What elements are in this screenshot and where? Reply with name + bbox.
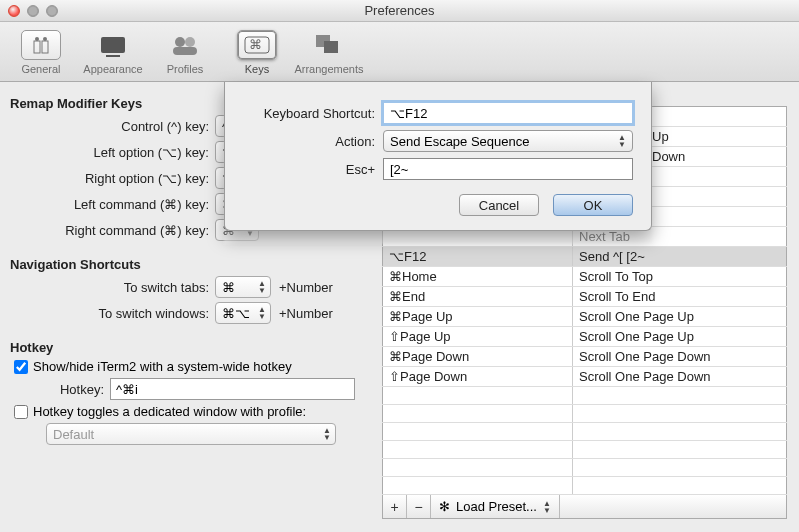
table-row[interactable]: ⌥F12Send ^[ [2~ <box>383 247 787 267</box>
tab-label: Arrangements <box>294 63 364 75</box>
hotkey-profile-value: Default <box>53 427 94 442</box>
hotkey-show-checkbox[interactable]: Show/hide iTerm2 with a system-wide hotk… <box>14 359 292 374</box>
table-row[interactable] <box>383 459 787 477</box>
shortcut-label: Keyboard Shortcut: <box>243 106 383 121</box>
tab-label: Keys <box>222 63 292 75</box>
key-cell: ⌘Page Up <box>383 307 573 327</box>
svg-rect-4 <box>101 37 125 53</box>
key-cell <box>383 405 573 423</box>
svg-point-7 <box>185 37 195 47</box>
remap-label: Right option (⌥) key: <box>10 171 215 186</box>
table-row[interactable]: ⌘HomeScroll To Top <box>383 267 787 287</box>
svg-rect-0 <box>34 41 40 53</box>
nav-label: To switch tabs: <box>10 280 215 295</box>
table-row[interactable] <box>383 387 787 405</box>
table-row[interactable] <box>383 441 787 459</box>
table-row[interactable] <box>383 423 787 441</box>
key-cell <box>383 441 573 459</box>
ok-button[interactable]: OK <box>553 194 633 216</box>
key-cell <box>383 423 573 441</box>
titlebar: Preferences <box>0 0 799 22</box>
action-label: Action: <box>243 134 383 149</box>
window-title: Preferences <box>0 3 799 18</box>
svg-rect-8 <box>173 47 197 55</box>
table-row[interactable]: ⇧Page DownScroll One Page Down <box>383 367 787 387</box>
tab-label: Appearance <box>78 63 148 75</box>
nav-suffix: +Number <box>279 280 333 295</box>
remap-label: Left option (⌥) key: <box>10 145 215 160</box>
tab-general[interactable]: General <box>6 24 76 75</box>
add-button[interactable]: + <box>383 495 407 518</box>
tab-arrangements[interactable]: Arrangements <box>294 24 364 75</box>
svg-point-6 <box>175 37 185 47</box>
action-cell: Scroll One Page Up <box>573 327 787 347</box>
key-cell: ⇧Page Up <box>383 327 573 347</box>
nav-heading: Navigation Shortcuts <box>10 257 380 272</box>
nav-select-0[interactable]: ⌘▲▼ <box>215 276 271 298</box>
table-row[interactable] <box>383 405 787 423</box>
cancel-button[interactable]: Cancel <box>459 194 539 216</box>
action-value: Send Escape Sequence <box>390 134 530 149</box>
tab-label: Profiles <box>150 63 220 75</box>
table-row[interactable]: ⌘Page DownScroll One Page Down <box>383 347 787 367</box>
esc-label: Esc+ <box>243 162 383 177</box>
key-cell <box>383 477 573 495</box>
key-cell: ⌘Page Down <box>383 347 573 367</box>
tab-label: General <box>6 63 76 75</box>
tab-appearance[interactable]: Appearance <box>78 24 148 75</box>
esc-input[interactable] <box>383 158 633 180</box>
svg-rect-12 <box>324 41 338 53</box>
table-footer: + − ✻ Load Preset... ▲▼ <box>382 495 787 519</box>
hotkey-profile-select[interactable]: Default ▲▼ <box>46 423 336 445</box>
action-cell <box>573 387 787 405</box>
svg-point-3 <box>43 37 47 41</box>
nav-select-1[interactable]: ⌘⌥▲▼ <box>215 302 271 324</box>
action-cell: Scroll One Page Down <box>573 347 787 367</box>
action-cell <box>573 459 787 477</box>
gear-icon: ✻ <box>439 499 450 514</box>
key-cell: ⌘Home <box>383 267 573 287</box>
load-preset-select[interactable]: ✻ Load Preset... ▲▼ <box>431 495 560 518</box>
svg-rect-1 <box>42 41 48 53</box>
table-row[interactable]: ⇧Page UpScroll One Page Up <box>383 327 787 347</box>
remap-label: Control (^) key: <box>10 119 215 134</box>
nav-value: ⌘ <box>222 280 235 295</box>
action-select[interactable]: Send Escape Sequence ▲▼ <box>383 130 633 152</box>
action-cell: Scroll To Top <box>573 267 787 287</box>
action-cell <box>573 405 787 423</box>
remap-label: Right command (⌘) key: <box>10 223 215 238</box>
nav-label: To switch windows: <box>10 306 215 321</box>
load-preset-label: Load Preset... <box>456 499 537 514</box>
svg-rect-5 <box>106 55 120 57</box>
action-cell <box>573 477 787 495</box>
table-row[interactable]: ⌘EndScroll To End <box>383 287 787 307</box>
hotkey-toggle-checkbox[interactable]: Hotkey toggles a dedicated window with p… <box>14 404 306 419</box>
tab-profiles[interactable]: Profiles <box>150 24 220 75</box>
tab-keys[interactable]: ⌘ Keys <box>222 24 292 75</box>
action-cell <box>573 423 787 441</box>
key-cell: ⌘End <box>383 287 573 307</box>
nav-suffix: +Number <box>279 306 333 321</box>
svg-point-2 <box>35 37 39 41</box>
action-cell: Scroll One Page Down <box>573 367 787 387</box>
key-cell: ⇧Page Down <box>383 367 573 387</box>
remove-button[interactable]: − <box>407 495 431 518</box>
remap-label: Left command (⌘) key: <box>10 197 215 212</box>
key-cell: ⌥F12 <box>383 247 573 267</box>
action-cell: Scroll One Page Up <box>573 307 787 327</box>
nav-value: ⌘⌥ <box>222 306 250 321</box>
table-row[interactable] <box>383 477 787 495</box>
table-row[interactable]: ⌘Page UpScroll One Page Up <box>383 307 787 327</box>
toolbar: General Appearance Profiles ⌘ Keys Arran… <box>0 22 799 82</box>
action-cell: Scroll To End <box>573 287 787 307</box>
hotkey-field[interactable] <box>110 378 355 400</box>
edit-key-sheet: Keyboard Shortcut: Action: Send Escape S… <box>224 82 652 231</box>
shortcut-input[interactable] <box>383 102 633 124</box>
key-cell <box>383 387 573 405</box>
key-cell <box>383 459 573 477</box>
action-cell <box>573 441 787 459</box>
hotkey-heading: Hotkey <box>10 340 380 355</box>
hotkey-field-label: Hotkey: <box>10 382 110 397</box>
hotkey-toggle-label: Hotkey toggles a dedicated window with p… <box>33 404 306 419</box>
svg-text:⌘: ⌘ <box>249 37 262 52</box>
